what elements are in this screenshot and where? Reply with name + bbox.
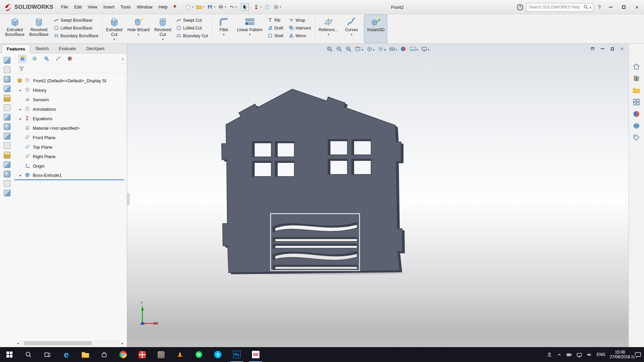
menu-view[interactable]: View (85, 2, 100, 12)
lofted-cut-button[interactable]: Lofted Cut (176, 25, 208, 31)
battery-icon[interactable] (566, 352, 572, 358)
tree-item-annotations[interactable]: Annotations (14, 104, 127, 114)
rib-button[interactable]: Rib (268, 17, 283, 23)
menu-insert[interactable]: Insert (100, 2, 118, 12)
section-view-icon[interactable] (355, 46, 363, 52)
house-model[interactable] (222, 89, 405, 274)
extruded-boss-base-button[interactable]: ExtrudedBoss/Base (3, 15, 27, 43)
curves-button[interactable]: Curves (341, 15, 362, 43)
scroll-right-icon[interactable] (120, 341, 125, 345)
tree-item-boss-extrude1[interactable]: Boss-Extrude1 (14, 171, 124, 180)
undo-button[interactable] (228, 3, 237, 10)
panel-expand-chevron-icon[interactable] (122, 56, 123, 62)
chrome-button[interactable] (114, 347, 133, 362)
panel-tool-icon[interactable] (4, 152, 10, 158)
close-button[interactable]: × (632, 3, 642, 12)
restore-document-icon[interactable] (610, 46, 615, 51)
menu-file[interactable]: File (58, 2, 71, 12)
close-document-icon[interactable]: × (620, 46, 624, 51)
search-scope-dropdown-icon[interactable] (590, 5, 591, 9)
home-icon[interactable] (632, 63, 640, 70)
menu-window[interactable]: Window (134, 2, 155, 12)
tree-item-top-plane[interactable]: Top Plane (14, 142, 127, 152)
dropdown-caret-icon[interactable] (396, 47, 397, 51)
expand-arrow-icon[interactable] (20, 117, 25, 121)
display-style-icon[interactable] (377, 46, 386, 52)
apply-scene-icon[interactable] (410, 46, 418, 52)
new-document-button[interactable] (184, 3, 194, 10)
panel-tool-icon[interactable] (4, 123, 10, 130)
dropdown-caret-icon[interactable] (384, 47, 386, 51)
zoom-fit-icon[interactable] (326, 46, 333, 52)
tab-sketch[interactable]: Sketch (30, 44, 54, 53)
tree-item-sensors[interactable]: Sensors (14, 95, 127, 104)
view-orientation-icon[interactable] (366, 46, 374, 52)
expand-arrow-icon[interactable] (20, 88, 25, 92)
dropdown-caret-icon[interactable] (162, 37, 164, 40)
tree-item-right-plane[interactable]: Right Plane (14, 152, 127, 161)
panel-horizontal-scrollbar[interactable] (16, 340, 125, 346)
pin-menu-icon[interactable] (172, 4, 177, 9)
appearances-icon[interactable] (632, 110, 640, 118)
select-tool-button[interactable] (241, 3, 249, 11)
scrollbar-track[interactable] (21, 341, 119, 346)
reference-geometry-button[interactable]: Referenc... (316, 15, 341, 43)
tree-root-part[interactable]: Front2 (Default<<Default>_Display St (14, 76, 127, 85)
help-circle-icon[interactable]: ? (517, 4, 523, 10)
menu-help[interactable]: Help (156, 2, 171, 12)
previous-view-icon[interactable] (345, 46, 352, 52)
expand-arrow-icon[interactable] (20, 173, 25, 177)
panel-tool-icon[interactable] (4, 57, 10, 64)
property-manager-tab-icon[interactable] (31, 55, 38, 62)
start-button[interactable] (0, 347, 19, 362)
revolved-boss-base-button[interactable]: RevolvedBoss/Base (27, 15, 51, 43)
design-library-icon[interactable] (632, 74, 640, 82)
dock-window-icon[interactable] (590, 46, 595, 51)
intersect-button[interactable]: Intersect (289, 25, 311, 31)
tree-item-equations[interactable]: Equations (14, 114, 127, 123)
swept-boss-base-button[interactable]: Swept Boss/Base (54, 17, 98, 23)
file-explorer-button[interactable] (76, 347, 95, 362)
revolved-cut-button[interactable]: RevolvedCut (152, 15, 174, 43)
print-button[interactable] (217, 3, 227, 10)
boundary-boss-base-button[interactable]: Boundary Boss/Base (54, 33, 98, 39)
panel-tool-icon[interactable] (4, 85, 10, 92)
dropdown-caret-icon[interactable] (362, 47, 363, 51)
selection-filter-button[interactable] (252, 3, 262, 10)
filter-funnel-icon[interactable] (19, 66, 24, 71)
view-settings-icon[interactable] (421, 46, 430, 52)
scenes-icon[interactable] (632, 122, 640, 130)
dropdown-caret-icon[interactable] (351, 32, 352, 36)
file-explorer-pane-icon[interactable] (632, 86, 640, 94)
panel-tool-icon[interactable] (4, 114, 10, 121)
dropdown-caret-icon[interactable] (223, 32, 225, 36)
dropdown-caret-icon[interactable] (373, 47, 374, 51)
lofted-boss-base-button[interactable]: Lofted Boss/Base (54, 25, 98, 31)
gift-app-button[interactable] (133, 347, 152, 362)
hole-wizard-button[interactable]: Hole Wizard (125, 15, 152, 43)
scroll-left-icon[interactable] (16, 341, 20, 345)
tree-item-material[interactable]: Material <not specified> (14, 123, 127, 133)
configuration-manager-tab-icon[interactable] (43, 55, 50, 62)
utility-app-button[interactable] (152, 347, 170, 362)
graphics-viewport[interactable]: Y X × (127, 44, 628, 347)
panel-tool-icon[interactable] (4, 142, 10, 149)
maximize-button[interactable] (619, 3, 629, 12)
save-button[interactable] (206, 3, 216, 10)
scrollbar-thumb[interactable] (24, 341, 92, 345)
tab-features[interactable]: Features (2, 44, 30, 54)
tree-item-front-plane[interactable]: Front Plane (14, 133, 127, 142)
panel-tool-icon[interactable] (4, 95, 10, 102)
task-view-button[interactable] (38, 347, 57, 362)
custom-properties-icon[interactable] (632, 134, 640, 142)
dropdown-caret-icon[interactable] (249, 32, 251, 36)
panel-splitter-handle[interactable] (127, 193, 130, 205)
sheet-button[interactable] (263, 3, 271, 10)
expand-arrow-icon[interactable] (20, 107, 25, 111)
boundary-cut-button[interactable]: Boundary Cut (176, 33, 208, 39)
panel-tool-icon[interactable] (4, 180, 10, 187)
edge-browser-button[interactable] (57, 347, 76, 362)
panel-tool-icon[interactable] (4, 133, 10, 140)
people-icon[interactable] (547, 352, 552, 358)
mirror-button[interactable]: Mirror (289, 33, 311, 39)
